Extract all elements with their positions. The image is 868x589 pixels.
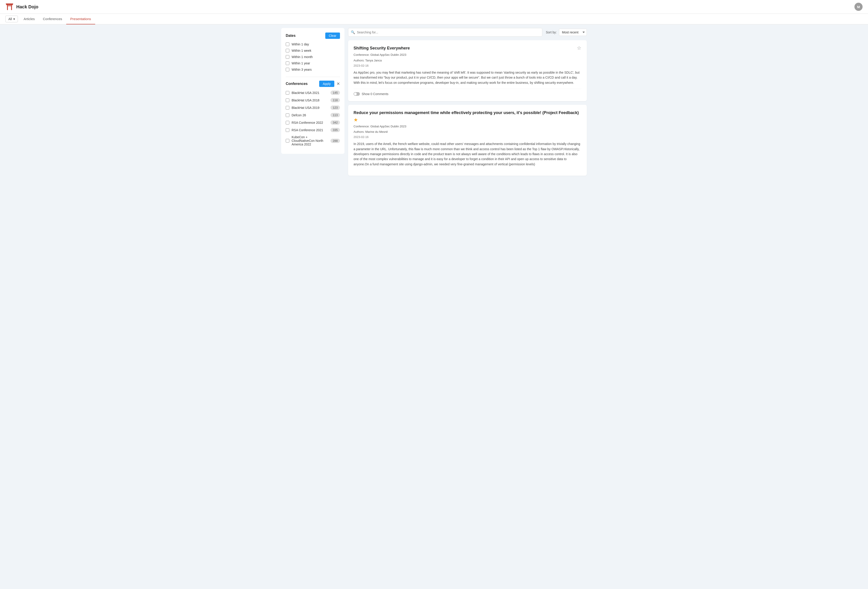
card2-description: In 2019, users of the Ameli, the french … (354, 141, 582, 167)
filter-within-day[interactable]: Within 1 day (286, 43, 340, 46)
svg-rect-1 (6, 4, 13, 4)
card1-conference: Conference: Global AppSec Dublin 2023 (354, 53, 582, 57)
dates-title: Dates (286, 34, 296, 38)
checkbox-kubecon-2022[interactable] (286, 139, 289, 143)
svg-rect-2 (7, 5, 8, 10)
filter-within-3years[interactable]: Within 3 years (286, 68, 340, 71)
checkbox-within-day[interactable] (286, 43, 289, 46)
svg-rect-3 (11, 5, 12, 10)
logo-icon (6, 3, 13, 11)
tab-all-label: All (8, 17, 12, 21)
conference-label-rsa-2022: RSA Conference 2022 (292, 121, 328, 124)
card1-comments-toggle[interactable]: Show 0 Comments (354, 92, 388, 96)
conferences-section-header: Conferences Apply ✕ (286, 81, 340, 87)
header-left: Hack Dojo (6, 3, 38, 11)
close-icon[interactable]: ✕ (337, 81, 340, 86)
sort-label: Sort by: (546, 31, 557, 34)
checkbox-blackhat-2018[interactable] (286, 99, 289, 102)
label-within-year: Within 1 year (292, 62, 310, 65)
checkbox-defcon-26[interactable] (286, 113, 289, 117)
card1-star-button[interactable]: ☆ (574, 46, 582, 51)
clear-button[interactable]: Clear (325, 32, 340, 39)
search-input-wrap: 🔍 (348, 28, 542, 37)
conference-label-defcon-26: Defcon 26 (292, 113, 328, 117)
conference-count-rsa-2022: 342 (331, 120, 340, 125)
content-area: 🔍 Sort by: Most recent Oldest Most popul… (348, 28, 587, 176)
conference-label-kubecon-2022: KubeCon + CloudNativeCon North America 2… (292, 135, 328, 146)
card2-title: Reduce your permissions management time … (354, 110, 582, 115)
checkbox-within-year[interactable] (286, 62, 289, 65)
presentation-card-2: Reduce your permissions management time … (348, 105, 587, 176)
sort-row: Sort by: Most recent Oldest Most popular (546, 29, 587, 36)
tab-conferences[interactable]: Conferences (39, 14, 66, 24)
label-within-day: Within 1 day (292, 43, 309, 46)
label-within-month: Within 1 month (292, 55, 313, 59)
tab-presentations-label: Presentations (70, 17, 91, 21)
card1-header: Shifting Security Everywhere ☆ (354, 46, 582, 51)
date-filters: Within 1 day Within 1 week Within 1 mont… (286, 43, 340, 71)
conference-rsa-2021[interactable]: RSA Conference 2021 335 (286, 128, 340, 132)
checkbox-within-3years[interactable] (286, 68, 289, 71)
filter-within-year[interactable]: Within 1 year (286, 62, 340, 65)
conference-label-blackhat-2021: BlackHat USA 2021 (292, 91, 328, 95)
search-input[interactable] (348, 28, 542, 37)
card1-footer: Show 0 Comments (354, 89, 582, 96)
app-title: Hack Dojo (16, 4, 38, 9)
dates-section-header: Dates Clear (286, 32, 340, 39)
apply-button[interactable]: Apply (319, 81, 334, 87)
checkbox-within-week[interactable] (286, 49, 289, 52)
card2-star-row: ★ (354, 118, 582, 122)
avatar[interactable]: M (855, 3, 862, 11)
conference-rsa-2022[interactable]: RSA Conference 2022 342 (286, 120, 340, 125)
checkbox-rsa-2022[interactable] (286, 121, 289, 124)
card1-authors: Authors: Tanya Janca (354, 58, 582, 63)
checkbox-blackhat-2021[interactable] (286, 91, 289, 95)
conference-blackhat-2021[interactable]: BlackHat USA 2021 145 (286, 91, 340, 95)
conference-label-blackhat-2019: BlackHat USA 2019 (292, 106, 328, 109)
card2-authors: Authors: Marine du Mesnil (354, 130, 582, 134)
conference-count-kubecon-2022: 288 (331, 139, 340, 143)
checkbox-blackhat-2019[interactable] (286, 106, 289, 109)
checkbox-within-month[interactable] (286, 55, 289, 59)
card1-comments-label: Show 0 Comments (362, 92, 388, 96)
header: Hack Dojo M (0, 0, 868, 14)
conference-label-rsa-2021: RSA Conference 2021 (292, 128, 328, 132)
card1-title: Shifting Security Everywhere (354, 46, 574, 51)
conference-filters: BlackHat USA 2021 145 BlackHat USA 2018 … (286, 91, 340, 146)
conferences-title: Conferences (286, 82, 308, 86)
card2-conference: Conference: Global AppSec Dublin 2023 (354, 124, 582, 129)
search-sort-row: 🔍 Sort by: Most recent Oldest Most popul… (348, 28, 587, 37)
sidebar: Dates Clear Within 1 day Within 1 week W… (281, 28, 344, 154)
card2-star-button[interactable]: ★ (354, 118, 358, 122)
conference-defcon-26[interactable]: Defcon 26 113 (286, 113, 340, 117)
sort-select[interactable]: Most recent Oldest Most popular (559, 29, 587, 36)
filter-within-month[interactable]: Within 1 month (286, 55, 340, 59)
tab-articles[interactable]: Articles (20, 14, 39, 24)
conference-count-defcon-26: 113 (331, 113, 340, 117)
conference-blackhat-2019[interactable]: BlackHat USA 2019 123 (286, 106, 340, 110)
conference-count-blackhat-2019: 123 (331, 106, 340, 110)
conference-count-blackhat-2018: 118 (331, 98, 340, 102)
card1-date: 2023-02-16 (354, 64, 582, 67)
tab-presentations[interactable]: Presentations (66, 14, 95, 24)
tab-articles-label: Articles (24, 17, 35, 21)
tab-all[interactable]: All ▾ (6, 16, 18, 22)
card1-description: As AppSec pro, you may feel that marketi… (354, 70, 582, 85)
card2-header: Reduce your permissions management time … (354, 110, 582, 115)
toggle-icon (354, 92, 360, 96)
presentation-card-1: Shifting Security Everywhere ☆ Conferenc… (348, 40, 587, 101)
conference-label-blackhat-2018: BlackHat USA 2018 (292, 99, 328, 102)
card2-date: 2023-02-16 (354, 135, 582, 139)
main-content: Dates Clear Within 1 day Within 1 week W… (276, 24, 592, 179)
svg-rect-0 (6, 4, 13, 5)
chevron-down-icon: ▾ (13, 17, 15, 21)
filter-within-week[interactable]: Within 1 week (286, 49, 340, 52)
conference-blackhat-2018[interactable]: BlackHat USA 2018 118 (286, 98, 340, 102)
label-within-3years: Within 3 years (292, 68, 312, 71)
label-within-week: Within 1 week (292, 49, 311, 52)
conference-count-blackhat-2021: 145 (331, 91, 340, 95)
checkbox-rsa-2021[interactable] (286, 128, 289, 132)
tab-conferences-label: Conferences (43, 17, 62, 21)
nav-tabs: All ▾ Articles Conferences Presentations (0, 14, 868, 24)
conference-kubecon-2022[interactable]: KubeCon + CloudNativeCon North America 2… (286, 135, 340, 146)
